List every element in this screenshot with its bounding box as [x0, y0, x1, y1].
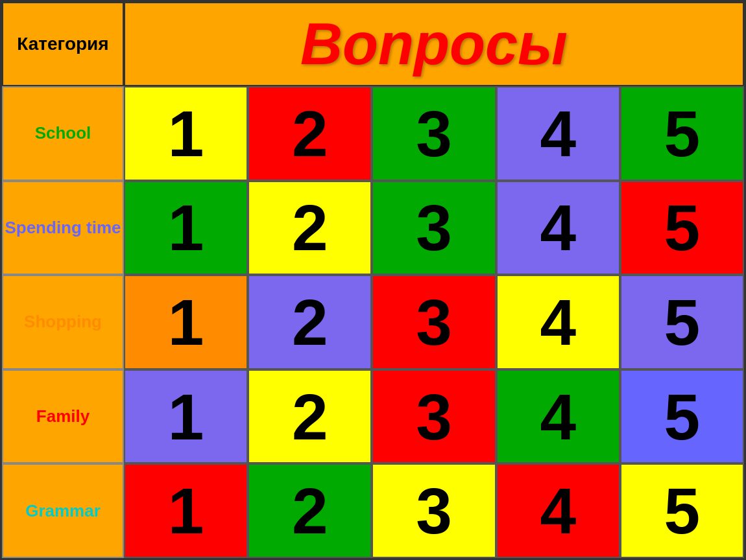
school-q3[interactable]: 3 [372, 86, 496, 181]
spending-q1-number: 1 [168, 195, 204, 260]
category-grammar-label: Grammar [25, 501, 101, 521]
spending-q5-number: 5 [664, 195, 701, 260]
category-shopping-label: Shopping [24, 312, 102, 332]
grammar-q4[interactable]: 4 [496, 463, 620, 558]
spending-q3-number: 3 [416, 195, 452, 260]
family-q3[interactable]: 3 [372, 369, 496, 464]
family-q4[interactable]: 4 [496, 369, 620, 464]
shopping-q2[interactable]: 2 [248, 275, 372, 369]
family-q5[interactable]: 5 [620, 369, 744, 464]
main-grid: Категория Вопросы School 1 2 3 4 5 Spend… [0, 0, 746, 560]
grammar-q3-number: 3 [416, 478, 452, 543]
school-q2-number: 2 [292, 101, 328, 166]
category-header-label: Категория [17, 33, 108, 55]
spending-q1[interactable]: 1 [124, 181, 248, 275]
header-title-text: Вопросы [300, 11, 568, 78]
grammar-q5[interactable]: 5 [620, 463, 744, 558]
school-q5[interactable]: 5 [620, 86, 744, 181]
shopping-q3-number: 3 [416, 290, 452, 355]
spending-q4[interactable]: 4 [496, 181, 620, 275]
shopping-q4-number: 4 [540, 290, 576, 355]
grammar-q5-number: 5 [664, 478, 701, 543]
spending-q3[interactable]: 3 [372, 181, 496, 275]
school-q5-number: 5 [664, 101, 701, 166]
header-title-cell: Вопросы [124, 2, 744, 86]
shopping-q1[interactable]: 1 [124, 275, 248, 369]
category-shopping: Shopping [2, 275, 124, 369]
family-q1-number: 1 [168, 384, 204, 449]
category-spending: Spending time [2, 181, 124, 275]
category-grammar: Grammar [2, 463, 124, 558]
school-q1-number: 1 [168, 101, 204, 166]
school-q4-number: 4 [540, 101, 576, 166]
school-q1[interactable]: 1 [124, 86, 248, 181]
spending-q5[interactable]: 5 [620, 181, 744, 275]
family-q5-number: 5 [664, 384, 701, 449]
family-q2-number: 2 [292, 384, 328, 449]
shopping-q1-number: 1 [168, 290, 204, 355]
shopping-q5[interactable]: 5 [620, 275, 744, 369]
category-school-label: School [35, 123, 91, 143]
grammar-q1[interactable]: 1 [124, 463, 248, 558]
school-q4[interactable]: 4 [496, 86, 620, 181]
school-q3-number: 3 [416, 101, 452, 166]
shopping-q2-number: 2 [292, 290, 328, 355]
family-q2[interactable]: 2 [248, 369, 372, 464]
family-q3-number: 3 [416, 384, 452, 449]
spending-q2-number: 2 [292, 195, 328, 260]
grammar-q2-number: 2 [292, 478, 328, 543]
header-category-cell: Категория [2, 2, 124, 86]
shopping-q5-number: 5 [664, 290, 701, 355]
category-family-label: Family [36, 406, 90, 426]
category-family: Family [2, 369, 124, 464]
category-spending-label: Spending time [5, 218, 121, 238]
grammar-q3[interactable]: 3 [372, 463, 496, 558]
grammar-q4-number: 4 [540, 478, 576, 543]
grammar-q2[interactable]: 2 [248, 463, 372, 558]
school-q2[interactable]: 2 [248, 86, 372, 181]
spending-q4-number: 4 [540, 195, 576, 260]
shopping-q3[interactable]: 3 [372, 275, 496, 369]
spending-q2[interactable]: 2 [248, 181, 372, 275]
family-q4-number: 4 [540, 384, 576, 449]
family-q1[interactable]: 1 [124, 369, 248, 464]
category-school: School [2, 86, 124, 181]
shopping-q4[interactable]: 4 [496, 275, 620, 369]
grammar-q1-number: 1 [168, 478, 204, 543]
